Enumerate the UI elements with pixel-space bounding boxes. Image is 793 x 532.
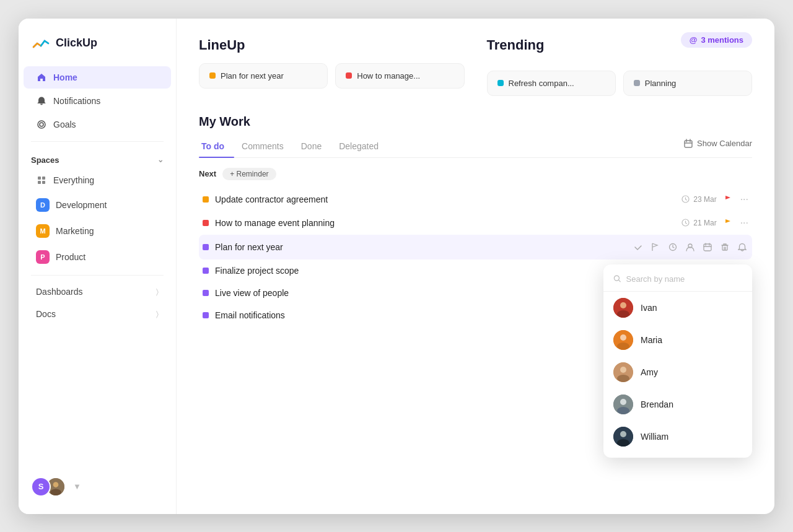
sidebar-item-notifications-label: Notifications xyxy=(53,96,100,106)
tab-todo[interactable]: To do xyxy=(199,136,234,157)
lineup-card-dot-manage xyxy=(346,72,352,79)
everything-icon xyxy=(36,175,47,186)
task-dot xyxy=(203,196,209,203)
lineup-card-manage[interactable]: How to manage... xyxy=(335,63,464,89)
dropdown-user-ivan[interactable]: Ivan xyxy=(603,292,752,324)
clock-icon xyxy=(681,219,690,227)
task-dot xyxy=(203,312,209,318)
svg-rect-5 xyxy=(42,181,45,184)
sidebar-item-everything-label: Everything xyxy=(53,175,94,185)
svg-point-21 xyxy=(620,334,626,341)
my-work-title: My Work xyxy=(199,115,752,129)
task-dot xyxy=(203,290,209,296)
mentions-count: 3 mentions xyxy=(701,35,743,45)
logo-icon xyxy=(31,33,51,53)
svg-rect-14 xyxy=(704,244,711,251)
svg-rect-9 xyxy=(685,141,692,147)
more-options-icon[interactable]: ··· xyxy=(740,217,748,229)
sidebar-item-home-label: Home xyxy=(53,72,77,82)
spaces-section-header[interactable]: Spaces ⌄ xyxy=(19,147,176,168)
tab-delegated[interactable]: Delegated xyxy=(336,136,388,157)
svg-point-22 xyxy=(617,342,629,350)
lineup-title: LineUp xyxy=(199,37,465,53)
sidebar-item-product[interactable]: P Product xyxy=(24,245,171,269)
trending-card-planning[interactable]: Planning xyxy=(623,71,752,96)
dropdown-user-maria[interactable]: Maria xyxy=(603,324,752,356)
sidebar-item-product-label: Product xyxy=(56,252,85,262)
svg-point-8 xyxy=(50,489,61,495)
dropdown-user-amy[interactable]: Amy xyxy=(603,356,752,388)
at-icon: @ xyxy=(690,35,698,45)
svg-point-27 xyxy=(620,399,626,405)
spaces-label: Spaces xyxy=(31,155,59,165)
svg-rect-2 xyxy=(38,177,41,180)
search-input[interactable] xyxy=(626,274,742,284)
sidebar-item-everything[interactable]: Everything xyxy=(24,169,171,191)
calendar-action-icon[interactable] xyxy=(701,241,714,253)
main-content: LineUp Plan for next year How to manage.… xyxy=(177,19,774,514)
sidebar-item-goals[interactable]: Goals xyxy=(24,113,171,136)
docs-label: Docs xyxy=(36,309,56,319)
avatar-s: S xyxy=(31,477,51,497)
svg-point-24 xyxy=(620,367,626,373)
flag-icon xyxy=(723,217,734,229)
assignee-action-icon[interactable] xyxy=(684,241,696,253)
tab-comments[interactable]: Comments xyxy=(239,136,294,157)
sidebar-item-notifications[interactable]: Notifications xyxy=(24,90,171,112)
mentions-badge[interactable]: @ 3 mentions xyxy=(681,32,752,48)
sidebar-item-home[interactable]: Home xyxy=(24,66,171,89)
bell-action-icon[interactable] xyxy=(736,241,748,253)
bell-icon xyxy=(36,95,47,107)
clock-icon xyxy=(681,195,690,203)
dropdown-user-brendan[interactable]: Brendan xyxy=(603,388,752,421)
sidebar-item-dashboards[interactable]: Dashboards 〉 xyxy=(24,281,171,302)
avatar-dropdown-icon[interactable]: ▼ xyxy=(73,482,81,491)
lineup-card-plan-label: Plan for next year xyxy=(221,71,284,81)
show-calendar-button[interactable]: Show Calendar xyxy=(683,139,752,155)
dropdown-user-william[interactable]: William xyxy=(603,421,752,453)
trending-card-refresh[interactable]: Refresh compan... xyxy=(487,71,616,96)
show-calendar-label: Show Calendar xyxy=(697,139,752,148)
tab-done[interactable]: Done xyxy=(299,136,331,157)
svg-point-7 xyxy=(53,482,59,487)
trending-card-dot-refresh xyxy=(497,80,504,86)
more-options-icon[interactable]: ··· xyxy=(740,194,748,205)
svg-point-25 xyxy=(617,375,629,382)
user-name-maria: Maria xyxy=(641,335,662,345)
flag-action-icon[interactable] xyxy=(649,241,662,253)
user-name-ivan: Ivan xyxy=(641,303,657,313)
svg-point-0 xyxy=(38,121,45,128)
lineup-card-manage-label: How to manage... xyxy=(357,71,420,81)
product-space-icon: P xyxy=(36,250,50,264)
sidebar: ClickUp Home Notifications Goals Spac xyxy=(19,19,177,514)
task-row-highlighted[interactable]: Plan for next year xyxy=(199,235,752,259)
reminder-button[interactable]: + Reminder xyxy=(222,168,276,180)
sidebar-item-goals-label: Goals xyxy=(53,120,76,129)
tabs-row: To do Comments Done Delegated Show Calen… xyxy=(199,136,752,158)
task-row[interactable]: How to manage event planning 21 Mar ··· xyxy=(199,211,752,235)
search-icon xyxy=(613,274,621,283)
user-avatar-ivan xyxy=(613,298,633,318)
sidebar-item-docs[interactable]: Docs 〉 xyxy=(24,303,171,325)
sidebar-bottom: S ▼ xyxy=(19,469,176,504)
sidebar-divider-2 xyxy=(31,275,164,276)
user-name-william: William xyxy=(641,432,668,442)
task-date: 23 Mar xyxy=(693,195,716,204)
task-row[interactable]: Update contractor agreement 23 Mar ··· xyxy=(199,188,752,211)
lineup-card-plan[interactable]: Plan for next year xyxy=(199,63,328,89)
svg-point-19 xyxy=(617,310,629,318)
task-meta: 23 Mar xyxy=(681,195,716,204)
clock-action-icon[interactable] xyxy=(667,241,679,253)
svg-point-30 xyxy=(620,431,626,437)
user-avatar-william xyxy=(613,427,633,447)
check-action-icon[interactable] xyxy=(632,241,644,253)
dropdown-search xyxy=(603,272,752,292)
sidebar-item-marketing[interactable]: M Marketing xyxy=(24,219,171,243)
lineup-card-dot-plan xyxy=(209,72,216,79)
logo-area: ClickUp xyxy=(19,33,176,66)
delete-action-icon[interactable] xyxy=(719,241,731,253)
lineup-cards: Plan for next year How to manage... xyxy=(199,63,465,89)
sidebar-item-development[interactable]: D Development xyxy=(24,193,171,217)
user-name-brendan: Brendan xyxy=(641,399,673,409)
next-label: Next xyxy=(199,169,216,178)
